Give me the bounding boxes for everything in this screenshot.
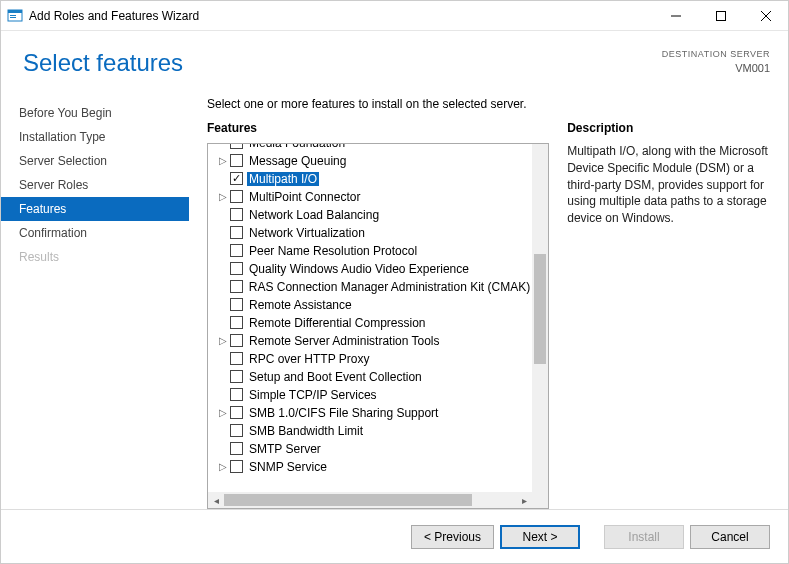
description-text: Multipath I/O, along with the Microsoft … xyxy=(567,143,770,227)
expand-icon[interactable]: ▷ xyxy=(216,155,230,166)
instruction-text: Select one or more features to install o… xyxy=(207,97,770,111)
feature-label[interactable]: MultiPoint Connector xyxy=(247,190,362,204)
horizontal-scroll-thumb[interactable] xyxy=(224,494,472,506)
feature-item[interactable]: Setup and Boot Event Collection xyxy=(208,368,532,386)
feature-item[interactable]: RPC over HTTP Proxy xyxy=(208,350,532,368)
feature-label[interactable]: Remote Differential Compression xyxy=(247,316,428,330)
vertical-scrollbar[interactable] xyxy=(532,144,548,492)
feature-label[interactable]: SMB 1.0/CIFS File Sharing Support xyxy=(247,406,440,420)
maximize-button[interactable] xyxy=(698,1,743,30)
feature-item[interactable]: Network Virtualization xyxy=(208,224,532,242)
titlebar: Add Roles and Features Wizard xyxy=(1,1,788,31)
feature-item[interactable]: Peer Name Resolution Protocol xyxy=(208,242,532,260)
svg-rect-2 xyxy=(10,15,16,16)
feature-label[interactable]: RAS Connection Manager Administration Ki… xyxy=(247,280,532,294)
feature-label[interactable]: Multipath I/O xyxy=(247,172,319,186)
previous-button[interactable]: < Previous xyxy=(411,525,494,549)
expand-icon[interactable]: ▷ xyxy=(216,335,230,346)
step-results: Results xyxy=(1,245,189,269)
feature-checkbox[interactable] xyxy=(230,406,243,419)
feature-checkbox[interactable] xyxy=(230,262,243,275)
app-icon xyxy=(7,8,23,24)
page-title: Select features xyxy=(23,49,207,77)
feature-checkbox[interactable] xyxy=(230,154,243,167)
feature-item[interactable]: Quality Windows Audio Video Experience xyxy=(208,260,532,278)
feature-checkbox[interactable] xyxy=(230,143,243,150)
feature-label[interactable]: Setup and Boot Event Collection xyxy=(247,370,424,384)
feature-checkbox[interactable] xyxy=(230,226,243,239)
feature-checkbox[interactable] xyxy=(230,316,243,329)
feature-checkbox[interactable] xyxy=(230,298,243,311)
feature-checkbox[interactable] xyxy=(230,280,243,293)
feature-label[interactable]: Message Queuing xyxy=(247,154,348,168)
svg-rect-5 xyxy=(716,11,725,20)
feature-label[interactable]: RPC over HTTP Proxy xyxy=(247,352,371,366)
scroll-left-icon[interactable]: ◂ xyxy=(208,492,224,508)
feature-item[interactable]: RAS Connection Manager Administration Ki… xyxy=(208,278,532,296)
feature-item[interactable]: ▷Message Queuing xyxy=(208,152,532,170)
feature-item[interactable]: ▷SMB 1.0/CIFS File Sharing Support xyxy=(208,404,532,422)
horizontal-scrollbar[interactable]: ◂ ▸ xyxy=(208,492,532,508)
minimize-button[interactable] xyxy=(653,1,698,30)
svg-rect-3 xyxy=(10,17,16,18)
feature-checkbox[interactable] xyxy=(230,442,243,455)
next-button[interactable]: Next > xyxy=(500,525,580,549)
feature-label[interactable]: Quality Windows Audio Video Experience xyxy=(247,262,471,276)
feature-item[interactable]: Network Load Balancing xyxy=(208,206,532,224)
step-before-you-begin[interactable]: Before You Begin xyxy=(1,101,189,125)
feature-label[interactable]: SMTP Server xyxy=(247,442,323,456)
feature-item[interactable]: Multipath I/O xyxy=(208,170,532,188)
feature-item[interactable]: SMTP Server xyxy=(208,440,532,458)
feature-checkbox[interactable] xyxy=(230,424,243,437)
feature-item[interactable]: Remote Differential Compression xyxy=(208,314,532,332)
feature-checkbox[interactable] xyxy=(230,352,243,365)
feature-label[interactable]: Peer Name Resolution Protocol xyxy=(247,244,419,258)
expand-icon[interactable]: ▷ xyxy=(216,407,230,418)
destination-label: DESTINATION SERVER xyxy=(662,49,770,61)
feature-item[interactable]: ▷MultiPoint Connector xyxy=(208,188,532,206)
feature-item[interactable]: ▷Remote Server Administration Tools xyxy=(208,332,532,350)
feature-checkbox[interactable] xyxy=(230,172,243,185)
feature-checkbox[interactable] xyxy=(230,370,243,383)
scroll-corner xyxy=(532,492,548,508)
features-label: Features xyxy=(207,121,549,135)
feature-label[interactable]: Simple TCP/IP Services xyxy=(247,388,379,402)
feature-item[interactable]: SMB Bandwidth Limit xyxy=(208,422,532,440)
feature-item[interactable]: Remote Assistance xyxy=(208,296,532,314)
wizard-steps: Before You BeginInstallation TypeServer … xyxy=(19,101,207,269)
expand-icon[interactable]: ▷ xyxy=(216,461,230,472)
step-server-selection[interactable]: Server Selection xyxy=(1,149,189,173)
expand-icon[interactable]: ▷ xyxy=(216,191,230,202)
cancel-button[interactable]: Cancel xyxy=(690,525,770,549)
install-button: Install xyxy=(604,525,684,549)
step-installation-type[interactable]: Installation Type xyxy=(1,125,189,149)
feature-checkbox[interactable] xyxy=(230,388,243,401)
feature-label[interactable]: Remote Server Administration Tools xyxy=(247,334,442,348)
feature-checkbox[interactable] xyxy=(230,460,243,473)
feature-checkbox[interactable] xyxy=(230,334,243,347)
step-server-roles[interactable]: Server Roles xyxy=(1,173,189,197)
description-label: Description xyxy=(567,121,770,135)
feature-label[interactable]: Media Foundation xyxy=(247,143,347,150)
svg-rect-1 xyxy=(8,10,22,13)
wizard-footer: < Previous Next > Install Cancel xyxy=(1,509,788,563)
feature-checkbox[interactable] xyxy=(230,244,243,257)
feature-label[interactable]: SNMP Service xyxy=(247,460,329,474)
feature-label[interactable]: Network Virtualization xyxy=(247,226,367,240)
feature-checkbox[interactable] xyxy=(230,208,243,221)
feature-label[interactable]: Remote Assistance xyxy=(247,298,354,312)
feature-item[interactable]: Media Foundation xyxy=(208,143,532,152)
close-button[interactable] xyxy=(743,1,788,30)
feature-checkbox[interactable] xyxy=(230,190,243,203)
destination-server-name: VM001 xyxy=(662,61,770,75)
scroll-right-icon[interactable]: ▸ xyxy=(516,492,532,508)
vertical-scroll-thumb[interactable] xyxy=(534,254,546,364)
feature-item[interactable]: Simple TCP/IP Services xyxy=(208,386,532,404)
step-features[interactable]: Features xyxy=(1,197,189,221)
feature-label[interactable]: Network Load Balancing xyxy=(247,208,381,222)
feature-item[interactable]: ▷SNMP Service xyxy=(208,458,532,476)
feature-label[interactable]: SMB Bandwidth Limit xyxy=(247,424,365,438)
step-confirmation[interactable]: Confirmation xyxy=(1,221,189,245)
destination-info: DESTINATION SERVER VM001 xyxy=(662,49,770,75)
features-tree[interactable]: Media Foundation▷Message QueuingMultipat… xyxy=(207,143,549,509)
